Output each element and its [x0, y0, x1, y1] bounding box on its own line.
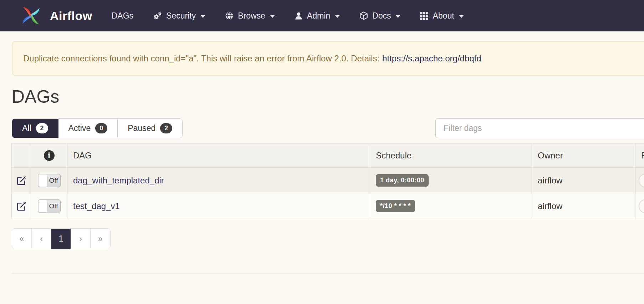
owner-cell: airflow: [532, 168, 635, 193]
header-info-col: i: [31, 143, 67, 168]
chevron-down-icon: [395, 15, 400, 18]
tab-label: Paused: [128, 123, 155, 133]
globe-icon: [225, 11, 234, 20]
toggle-knob: [38, 200, 48, 213]
bottom-divider: [12, 273, 644, 274]
pagination-prev-button[interactable]: ‹: [32, 229, 51, 249]
tab-count-badge: 2: [160, 123, 172, 133]
nav-item-dags[interactable]: DAGs: [112, 11, 133, 21]
header-owner: Owner: [532, 143, 635, 168]
dag-name-link[interactable]: test_dag_v1: [67, 193, 370, 219]
recent-task-status-circle[interactable]: [639, 199, 644, 213]
nav-item-admin[interactable]: Admin: [294, 11, 340, 21]
schedule-cell: */10 * * * *: [370, 193, 532, 219]
pagination-page-1-button[interactable]: 1: [51, 229, 71, 249]
tab-all[interactable]: All 2: [12, 119, 58, 138]
filter-dags-input[interactable]: [435, 118, 644, 138]
schedule-cell: 1 day, 0:00:00: [370, 168, 532, 193]
recent-task-status-circle[interactable]: [639, 173, 644, 188]
nav-item-about[interactable]: About: [420, 11, 464, 21]
schedule-badge[interactable]: 1 day, 0:00:00: [376, 174, 429, 187]
tab-paused[interactable]: Paused 2: [118, 119, 182, 138]
recent-tasks-cell: [635, 168, 644, 193]
chevron-down-icon: [335, 15, 340, 18]
header-dag: DAG: [67, 143, 370, 168]
page-title: DAGs: [12, 86, 59, 107]
nav-item-label: DAGs: [112, 11, 133, 21]
recent-tasks-cell: [635, 193, 644, 219]
nav-item-label: Security: [166, 11, 196, 21]
nav-item-docs[interactable]: Docs: [359, 11, 400, 21]
nav-item-label: Browse: [238, 11, 265, 21]
owner-cell: airflow: [532, 193, 635, 219]
table-header-row: i DAG Schedule Owner R: [12, 143, 644, 168]
airflow-pinwheel-logo-icon: [19, 3, 44, 28]
gears-icon: [153, 11, 162, 21]
header-recent-tasks-partial: R: [635, 143, 644, 168]
nav-item-browse[interactable]: Browse: [225, 11, 275, 21]
nav-item-label: Admin: [307, 11, 330, 21]
edit-dag-cell: [12, 193, 31, 219]
chevron-down-icon: [459, 15, 464, 18]
warning-banner: Duplicate connections found with conn_id…: [12, 41, 644, 76]
airflow-brand[interactable]: Airflow: [19, 3, 92, 28]
brand-title: Airflow: [50, 9, 92, 23]
tab-active[interactable]: Active 0: [58, 119, 118, 138]
tab-count-badge: 0: [95, 123, 107, 133]
warning-link[interactable]: https://s.apache.org/dbqfd: [382, 54, 481, 64]
schedule-badge[interactable]: */10 * * * *: [376, 200, 415, 212]
nav-menu: DAGs: [112, 11, 464, 21]
edit-dag-icon[interactable]: [16, 175, 27, 186]
edit-dag-icon[interactable]: [16, 201, 27, 212]
warning-text: Duplicate connections found with conn_id…: [23, 54, 379, 64]
tab-label: All: [22, 123, 31, 133]
chevron-down-icon: [270, 15, 275, 18]
dag-table: i DAG Schedule Owner R: [11, 143, 644, 219]
cube-icon: [359, 11, 368, 20]
dag-controls: All 2 Active 0 Paused 2: [12, 118, 644, 138]
toggle-state-label: Off: [47, 174, 60, 187]
tab-label: Active: [68, 123, 91, 133]
info-icon[interactable]: i: [44, 150, 55, 161]
navbar: Airflow DAGs: [0, 0, 644, 31]
grid-icon: [420, 11, 429, 20]
pagination-next-button[interactable]: ›: [71, 229, 91, 249]
nav-item-label: Docs: [372, 11, 391, 21]
table-row: Off dag_with_templated_dir 1 day, 0:00:0…: [12, 168, 644, 193]
nav-item-security[interactable]: Security: [153, 11, 205, 21]
nav-item-label: About: [433, 11, 454, 21]
user-icon: [294, 11, 303, 20]
table-row: Off test_dag_v1 */10 * * * * airflow: [12, 193, 644, 219]
edit-dag-cell: [12, 168, 31, 193]
toggle-cell: Off: [31, 168, 67, 193]
header-edit-col: [12, 143, 31, 168]
dag-name-link[interactable]: dag_with_templated_dir: [67, 168, 370, 193]
toggle-cell: Off: [31, 193, 67, 219]
header-schedule: Schedule: [370, 143, 532, 168]
toggle-state-label: Off: [47, 200, 60, 213]
tab-count-badge: 2: [36, 123, 48, 133]
chevron-down-icon: [200, 15, 205, 18]
pagination-last-button[interactable]: »: [91, 229, 110, 249]
dag-pause-toggle[interactable]: Off: [38, 199, 61, 213]
toggle-knob: [38, 174, 48, 187]
dag-pause-toggle[interactable]: Off: [38, 174, 61, 187]
pagination-first-button[interactable]: «: [12, 229, 32, 249]
dag-filter-tab-group: All 2 Active 0 Paused 2: [12, 118, 183, 138]
pagination: « ‹ 1 › »: [12, 228, 111, 249]
